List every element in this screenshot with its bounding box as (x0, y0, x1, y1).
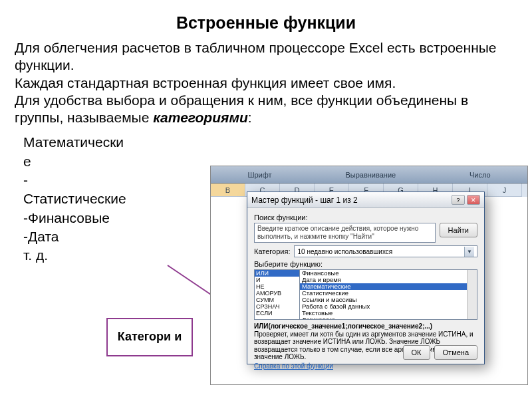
bullet-etc: т. д. (23, 247, 48, 263)
help-link[interactable]: Справка по этой функции (254, 362, 333, 370)
func-item[interactable]: И (255, 277, 299, 283)
func-signature: ИЛИ(логическое_значение1;логическое_знач… (254, 323, 432, 330)
bullet-math-b: е (23, 154, 31, 169)
dialog-titlebar: Мастер функций - шаг 1 из 2 ? ✕ (247, 192, 484, 208)
excel-screenshot: Шрифт Выравнивание Число B C D E F G H I… (210, 166, 528, 385)
func-item[interactable]: СУММ (255, 297, 299, 303)
find-button[interactable]: Найти (440, 223, 477, 237)
ok-button[interactable]: ОК (403, 345, 430, 360)
cancel-button[interactable]: Отмена (434, 345, 477, 360)
line-3b: категориями (153, 110, 248, 125)
body-paragraph: Для облегчения расчетов в табличном проц… (0, 39, 532, 126)
category-select[interactable]: 10 недавно использовавшихся ▼ (294, 245, 477, 257)
close-icon[interactable]: ✕ (467, 195, 480, 205)
chevron-down-icon[interactable]: ▼ (464, 247, 474, 257)
func-item[interactable]: ЕСЛИ (255, 310, 299, 317)
excel-ribbon: Шрифт Выравнивание Число (211, 166, 527, 184)
bullet-math-a: Математически (23, 134, 124, 150)
ribbon-font: Шрифт (242, 171, 277, 179)
bullet-stat: Статистические (23, 191, 126, 206)
help-icon[interactable]: ? (452, 195, 465, 205)
line-3c: : (248, 110, 252, 125)
bullet-fin: -Финансовые (23, 210, 110, 225)
callout-categories: Категори и (106, 318, 193, 356)
func-item[interactable]: ИЛИ (255, 270, 299, 277)
function-wizard-dialog: Мастер функций - шаг 1 из 2 ? ✕ Поиск фу… (247, 192, 485, 364)
function-list[interactable]: ИЛИ И НЕ АМОРУВ СУММ СРЗНАЧ ЕСЛИ (254, 269, 299, 320)
col-B[interactable]: B (211, 184, 245, 197)
func-item[interactable]: НЕ (255, 283, 299, 290)
func-item[interactable]: АМОРУВ (255, 290, 299, 297)
search-label: Поиск функции: (254, 213, 477, 221)
cat-item[interactable]: Логические (300, 317, 477, 320)
slide-title: Встроенные функции (0, 0, 532, 39)
line-2: Каждая стандартная встроенная функция им… (15, 75, 396, 90)
dialog-title-text: Мастер функций - шаг 1 из 2 (251, 196, 358, 205)
ribbon-align: Выравнивание (340, 171, 401, 179)
bullet-date: -Дата (23, 229, 59, 244)
col-J[interactable]: J (487, 184, 522, 197)
func-item[interactable]: СРЗНАЧ (255, 303, 299, 310)
scrollbar[interactable] (467, 270, 477, 319)
ribbon-number: Число (464, 171, 496, 179)
category-label: Категория: (254, 247, 290, 255)
bullet-dash: - (23, 172, 28, 188)
search-input[interactable]: Введите краткое описание действия, котор… (254, 223, 436, 243)
category-selected-value: 10 недавно использовавшихся (297, 248, 392, 255)
category-dropdown-list[interactable]: Финансовые Дата и время Математические С… (299, 269, 477, 320)
select-func-label: Выберите функцию: (254, 260, 477, 268)
line-1: Для облегчения расчетов в табличном проц… (15, 40, 497, 72)
